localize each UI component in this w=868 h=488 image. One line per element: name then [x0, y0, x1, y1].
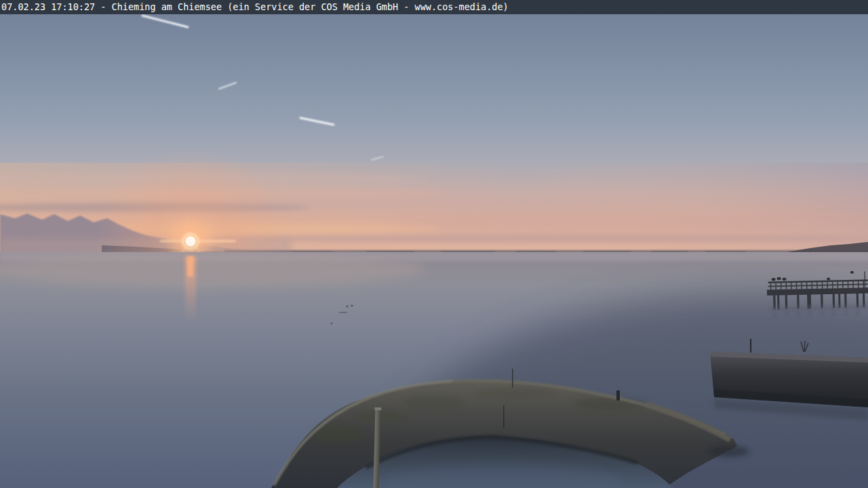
webcam-frame: 07.02.23 17:10:27 - Chieming am Chiemsee… — [0, 0, 868, 488]
webcam-photo — [0, 14, 868, 488]
pole — [750, 339, 751, 352]
webcam-overlay-bar: 07.02.23 17:10:27 - Chieming am Chiemsee… — [0, 0, 868, 14]
thin-stick — [512, 369, 513, 388]
overlay-text: 07.02.23 17:10:27 - Chieming am Chiemsee… — [1, 1, 509, 12]
bollard — [616, 390, 620, 401]
